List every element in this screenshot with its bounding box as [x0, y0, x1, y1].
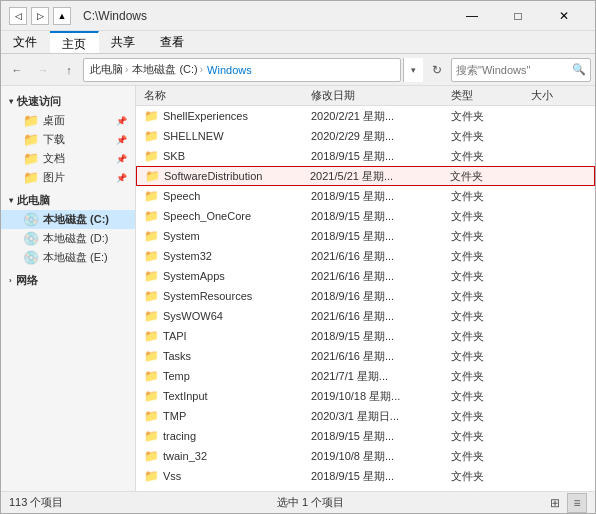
status-selected: 选中 1 个项目 [277, 495, 537, 510]
table-row[interactable]: 📁SystemResources2018/9/16 星期...文件夹 [136, 286, 595, 306]
file-date-cell: 2018/9/15 星期... [311, 429, 451, 444]
table-row[interactable]: 📁SoftwareDistribution2021/5/21 星期...文件夹 [136, 166, 595, 186]
table-row[interactable]: 📁Speech_OneCore2018/9/15 星期...文件夹 [136, 206, 595, 226]
file-name-cell: 📁SysWOW64 [140, 309, 311, 323]
table-row[interactable]: 📁Tasks2021/6/16 星期...文件夹 [136, 346, 595, 366]
file-type-cell: 文件夹 [450, 169, 530, 184]
sidebar-item-documents[interactable]: 📁 文档 📌 [1, 149, 135, 168]
breadcrumb-this-pc[interactable]: 此电脑 › [90, 62, 128, 77]
file-name-cell: 📁SKB [140, 149, 311, 163]
refresh-button[interactable]: ↻ [425, 58, 449, 82]
maximize-button[interactable]: □ [495, 1, 541, 31]
table-row[interactable]: 📁System322021/6/16 星期...文件夹 [136, 246, 595, 266]
sidebar-item-pictures[interactable]: 📁 图片 📌 [1, 168, 135, 187]
this-pc-text: 此电脑 [17, 193, 50, 208]
breadcrumb-this-pc-label: 此电脑 [90, 62, 123, 77]
folder-icon: 📁 [144, 229, 159, 243]
table-row[interactable]: 📁tracing2018/9/15 星期...文件夹 [136, 426, 595, 446]
file-type-cell: 文件夹 [451, 209, 531, 224]
quick-btn-up[interactable]: ▲ [53, 7, 71, 25]
file-name-cell: 📁Vss [140, 469, 311, 483]
folder-icon: 📁 [144, 369, 159, 383]
table-row[interactable]: 📁twain_322019/10/8 星期...文件夹 [136, 446, 595, 466]
sidebar-item-desktop[interactable]: 📁 桌面 📌 [1, 111, 135, 130]
quick-access-label[interactable]: ▾ 快速访问 [1, 90, 135, 111]
file-name-cell: 📁Speech [140, 189, 311, 203]
breadcrumb-windows[interactable]: Windows [207, 64, 252, 76]
back-button[interactable]: ← [5, 58, 29, 82]
folder-icon: 📁 [23, 113, 39, 128]
table-row[interactable]: 📁SHELLNEW2020/2/29 星期...文件夹 [136, 126, 595, 146]
tab-file[interactable]: 文件 [1, 31, 50, 53]
table-row[interactable]: 📁TMP2020/3/1 星期日...文件夹 [136, 406, 595, 426]
file-date-cell: 2018/9/15 星期... [311, 149, 451, 164]
tab-share[interactable]: 共享 [99, 31, 148, 53]
file-date-cell: 2019/10/8 星期... [311, 449, 451, 464]
table-row[interactable]: 📁SysWOW642021/6/16 星期...文件夹 [136, 306, 595, 326]
sidebar-item-e-drive[interactable]: 💿 本地磁盘 (E:) [1, 248, 135, 267]
title-bar: ◁ ▷ ▲ C:\Windows — □ ✕ [1, 1, 595, 31]
explorer-window: ◁ ▷ ▲ C:\Windows — □ ✕ 文件 主页 共享 查看 ← → ↑… [0, 0, 596, 514]
col-type-header[interactable]: 类型 [451, 88, 531, 103]
table-row[interactable]: 📁SKB2018/9/15 星期...文件夹 [136, 146, 595, 166]
table-row[interactable]: 📁ShellExperiences2020/2/21 星期...文件夹 [136, 106, 595, 126]
close-button[interactable]: ✕ [541, 1, 587, 31]
minimize-button[interactable]: — [449, 1, 495, 31]
table-row[interactable]: 📁Speech2018/9/15 星期...文件夹 [136, 186, 595, 206]
folder-icon: 📁 [144, 289, 159, 303]
search-box[interactable]: 🔍 [451, 58, 591, 82]
file-name-cell: 📁Temp [140, 369, 311, 383]
table-row[interactable]: 📁Vss2018/9/15 星期...文件夹 [136, 466, 595, 486]
file-type-cell: 文件夹 [451, 129, 531, 144]
sidebar-item-c-drive[interactable]: 💿 本地磁盘 (C:) [1, 210, 135, 229]
table-row[interactable]: 📁TextInput2019/10/18 星期...文件夹 [136, 386, 595, 406]
folder-icon: 📁 [144, 129, 159, 143]
tab-home[interactable]: 主页 [50, 31, 99, 53]
file-name-cell: 📁twain_32 [140, 449, 311, 463]
file-list: 名称 修改日期 类型 大小 📁ShellExperiences2020/2/21… [136, 86, 595, 491]
network-text: 网络 [16, 273, 38, 288]
file-type-cell: 文件夹 [451, 369, 531, 384]
file-name-cell: 📁SystemApps [140, 269, 311, 283]
address-bar[interactable]: 此电脑 › 本地磁盘 (C:) › Windows [83, 58, 401, 82]
address-dropdown[interactable]: ▾ [403, 58, 423, 82]
table-row[interactable]: 📁System2018/9/15 星期...文件夹 [136, 226, 595, 246]
file-name-text: TextInput [163, 390, 208, 402]
network-label[interactable]: › 网络 [1, 269, 135, 290]
table-row[interactable]: 📁SystemApps2021/6/16 星期...文件夹 [136, 266, 595, 286]
this-pc-label[interactable]: ▾ 此电脑 [1, 189, 135, 210]
file-name-cell: 📁ShellExperiences [140, 109, 311, 123]
sidebar-item-d-drive[interactable]: 💿 本地磁盘 (D:) [1, 229, 135, 248]
breadcrumb-c-drive[interactable]: 本地磁盘 (C:) › [132, 62, 203, 77]
pin-icon: 📌 [116, 116, 127, 126]
col-date-header[interactable]: 修改日期 [311, 88, 451, 103]
up-button[interactable]: ↑ [57, 58, 81, 82]
tab-view[interactable]: 查看 [148, 31, 197, 53]
table-row[interactable]: 📁Temp2021/7/1 星期...文件夹 [136, 366, 595, 386]
quick-access-text: 快速访问 [17, 94, 61, 109]
quick-btn-back[interactable]: ◁ [9, 7, 27, 25]
forward-button[interactable]: → [31, 58, 55, 82]
sidebar-item-downloads[interactable]: 📁 下载 📌 [1, 130, 135, 149]
details-view[interactable]: ≡ [567, 493, 587, 513]
quick-btn-forward[interactable]: ▷ [31, 7, 49, 25]
ribbon: 文件 主页 共享 查看 [1, 31, 595, 54]
file-name-text: twain_32 [163, 450, 207, 462]
file-name-text: tracing [163, 430, 196, 442]
file-name-cell: 📁SoftwareDistribution [141, 169, 310, 183]
folder-icon: 📁 [145, 169, 160, 183]
file-name-text: SysWOW64 [163, 310, 223, 322]
sep-2: › [200, 64, 203, 75]
file-name-cell: 📁TextInput [140, 389, 311, 403]
file-name-text: SoftwareDistribution [164, 170, 262, 182]
col-name-header[interactable]: 名称 [140, 88, 311, 103]
sidebar-network: › 网络 [1, 269, 135, 290]
table-row[interactable]: 📁TAPI2018/9/15 星期...文件夹 [136, 326, 595, 346]
file-type-cell: 文件夹 [451, 469, 531, 484]
file-name-text: Temp [163, 370, 190, 382]
search-input[interactable] [456, 64, 568, 76]
col-size-header[interactable]: 大小 [531, 88, 591, 103]
file-rows-container: 📁ShellExperiences2020/2/21 星期...文件夹📁SHEL… [136, 106, 595, 491]
large-icons-view[interactable]: ⊞ [545, 493, 565, 513]
folder-icon: 📁 [144, 389, 159, 403]
